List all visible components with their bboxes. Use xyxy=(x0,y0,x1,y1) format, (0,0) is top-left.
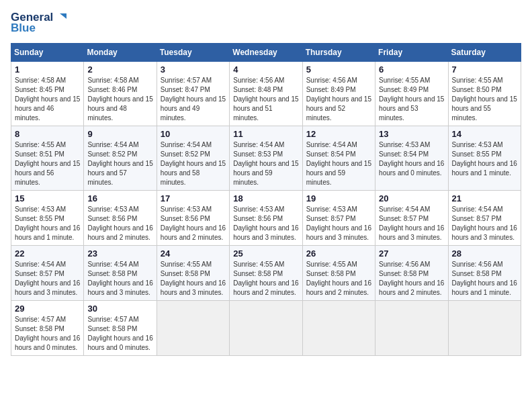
weekday-thursday: Thursday xyxy=(302,44,375,62)
day-info: Sunrise: 4:57 AM Sunset: 8:58 PM Dayligh… xyxy=(15,315,80,353)
weekday-monday: Monday xyxy=(84,44,157,62)
calendar-cell: 14 Sunrise: 4:53 AM Sunset: 8:55 PM Dayl… xyxy=(448,126,521,191)
day-number: 7 xyxy=(452,64,517,75)
calendar-cell: 15 Sunrise: 4:53 AM Sunset: 8:55 PM Dayl… xyxy=(11,191,84,246)
calendar-cell xyxy=(302,301,375,356)
day-info: Sunrise: 4:55 AM Sunset: 8:50 PM Dayligh… xyxy=(452,76,517,123)
day-number: 12 xyxy=(306,129,371,139)
logo-blue: Blue xyxy=(11,21,36,35)
day-info: Sunrise: 4:55 AM Sunset: 8:58 PM Dayligh… xyxy=(161,260,226,298)
day-info: Sunrise: 4:53 AM Sunset: 8:55 PM Dayligh… xyxy=(452,140,517,178)
day-number: 28 xyxy=(452,248,517,259)
day-info: Sunrise: 4:54 AM Sunset: 8:58 PM Dayligh… xyxy=(87,260,152,298)
logo: General Blue xyxy=(11,11,66,35)
day-number: 16 xyxy=(87,193,152,203)
day-number: 23 xyxy=(87,248,152,259)
calendar-cell: 23 Sunrise: 4:54 AM Sunset: 8:58 PM Dayl… xyxy=(84,246,157,301)
day-number: 27 xyxy=(379,248,444,259)
day-number: 2 xyxy=(87,64,152,75)
day-number: 19 xyxy=(306,193,371,203)
day-number: 24 xyxy=(161,248,226,259)
calendar-cell: 8 Sunrise: 4:55 AM Sunset: 8:51 PM Dayli… xyxy=(11,126,84,191)
day-number: 8 xyxy=(15,129,80,139)
week-row-4: 22 Sunrise: 4:54 AM Sunset: 8:57 PM Dayl… xyxy=(11,246,521,301)
day-info: Sunrise: 4:56 AM Sunset: 8:49 PM Dayligh… xyxy=(306,76,371,123)
day-info: Sunrise: 4:54 AM Sunset: 8:54 PM Dayligh… xyxy=(306,140,371,187)
day-info: Sunrise: 4:53 AM Sunset: 8:56 PM Dayligh… xyxy=(87,205,152,242)
calendar-cell: 19 Sunrise: 4:53 AM Sunset: 8:57 PM Dayl… xyxy=(302,191,375,246)
calendar-cell: 20 Sunrise: 4:54 AM Sunset: 8:57 PM Dayl… xyxy=(375,191,448,246)
calendar-cell: 1 Sunrise: 4:58 AM Sunset: 8:45 PM Dayli… xyxy=(11,62,84,126)
day-info: Sunrise: 4:58 AM Sunset: 8:45 PM Dayligh… xyxy=(15,76,80,123)
day-info: Sunrise: 4:54 AM Sunset: 8:52 PM Dayligh… xyxy=(161,140,226,187)
weekday-friday: Friday xyxy=(375,44,448,62)
calendar-cell: 24 Sunrise: 4:55 AM Sunset: 8:58 PM Dayl… xyxy=(157,246,229,301)
calendar-cell: 16 Sunrise: 4:53 AM Sunset: 8:56 PM Dayl… xyxy=(84,191,157,246)
calendar-cell: 13 Sunrise: 4:53 AM Sunset: 8:54 PM Dayl… xyxy=(375,126,448,191)
calendar-cell: 28 Sunrise: 4:56 AM Sunset: 8:58 PM Dayl… xyxy=(448,246,521,301)
day-number: 18 xyxy=(233,193,298,203)
week-row-2: 8 Sunrise: 4:55 AM Sunset: 8:51 PM Dayli… xyxy=(11,126,521,191)
calendar-cell: 30 Sunrise: 4:57 AM Sunset: 8:58 PM Dayl… xyxy=(84,301,157,356)
day-number: 13 xyxy=(379,129,444,139)
day-info: Sunrise: 4:57 AM Sunset: 8:58 PM Dayligh… xyxy=(87,315,152,353)
page-header: General Blue xyxy=(11,11,521,35)
calendar-cell: 17 Sunrise: 4:53 AM Sunset: 8:56 PM Dayl… xyxy=(157,191,229,246)
day-info: Sunrise: 4:55 AM Sunset: 8:58 PM Dayligh… xyxy=(306,260,371,298)
day-info: Sunrise: 4:53 AM Sunset: 8:57 PM Dayligh… xyxy=(306,205,371,242)
day-info: Sunrise: 4:55 AM Sunset: 8:49 PM Dayligh… xyxy=(379,76,444,123)
calendar-cell: 26 Sunrise: 4:55 AM Sunset: 8:58 PM Dayl… xyxy=(302,246,375,301)
day-number: 29 xyxy=(15,304,80,314)
weekday-saturday: Saturday xyxy=(448,44,521,62)
day-number: 11 xyxy=(233,129,298,139)
day-info: Sunrise: 4:53 AM Sunset: 8:54 PM Dayligh… xyxy=(379,140,444,178)
day-info: Sunrise: 4:56 AM Sunset: 8:58 PM Dayligh… xyxy=(379,260,444,298)
day-number: 15 xyxy=(15,193,80,203)
calendar-cell: 21 Sunrise: 4:54 AM Sunset: 8:57 PM Dayl… xyxy=(448,191,521,246)
day-number: 25 xyxy=(233,248,298,259)
day-number: 1 xyxy=(15,64,80,75)
calendar-cell xyxy=(230,301,302,356)
day-number: 9 xyxy=(87,129,152,139)
day-info: Sunrise: 4:54 AM Sunset: 8:57 PM Dayligh… xyxy=(15,260,80,298)
day-number: 22 xyxy=(15,248,80,259)
weekday-wednesday: Wednesday xyxy=(230,44,302,62)
calendar-cell: 12 Sunrise: 4:54 AM Sunset: 8:54 PM Dayl… xyxy=(302,126,375,191)
weekday-sunday: Sunday xyxy=(11,44,84,62)
day-info: Sunrise: 4:58 AM Sunset: 8:46 PM Dayligh… xyxy=(87,76,152,123)
day-info: Sunrise: 4:53 AM Sunset: 8:56 PM Dayligh… xyxy=(233,205,298,242)
calendar-cell xyxy=(448,301,521,356)
svg-marker-0 xyxy=(60,13,66,19)
day-info: Sunrise: 4:54 AM Sunset: 8:52 PM Dayligh… xyxy=(87,140,152,187)
calendar-cell: 3 Sunrise: 4:57 AM Sunset: 8:47 PM Dayli… xyxy=(157,62,229,126)
day-number: 14 xyxy=(452,129,517,139)
day-number: 10 xyxy=(161,129,226,139)
day-info: Sunrise: 4:57 AM Sunset: 8:47 PM Dayligh… xyxy=(161,76,226,123)
calendar-body: 1 Sunrise: 4:58 AM Sunset: 8:45 PM Dayli… xyxy=(11,62,521,356)
day-number: 4 xyxy=(233,64,298,75)
day-info: Sunrise: 4:53 AM Sunset: 8:56 PM Dayligh… xyxy=(161,205,226,242)
week-row-5: 29 Sunrise: 4:57 AM Sunset: 8:58 PM Dayl… xyxy=(11,301,521,356)
day-number: 26 xyxy=(306,248,371,259)
calendar-cell: 4 Sunrise: 4:56 AM Sunset: 8:48 PM Dayli… xyxy=(230,62,302,126)
calendar-table: SundayMondayTuesdayWednesdayThursdayFrid… xyxy=(11,43,521,356)
calendar-cell: 2 Sunrise: 4:58 AM Sunset: 8:46 PM Dayli… xyxy=(84,62,157,126)
day-number: 5 xyxy=(306,64,371,75)
day-info: Sunrise: 4:54 AM Sunset: 8:53 PM Dayligh… xyxy=(233,140,298,187)
day-info: Sunrise: 4:54 AM Sunset: 8:57 PM Dayligh… xyxy=(452,205,517,242)
calendar-cell xyxy=(375,301,448,356)
calendar-cell: 22 Sunrise: 4:54 AM Sunset: 8:57 PM Dayl… xyxy=(11,246,84,301)
calendar-cell: 5 Sunrise: 4:56 AM Sunset: 8:49 PM Dayli… xyxy=(302,62,375,126)
day-info: Sunrise: 4:56 AM Sunset: 8:48 PM Dayligh… xyxy=(233,76,298,123)
weekday-tuesday: Tuesday xyxy=(157,44,229,62)
logo-bird-icon xyxy=(54,12,66,23)
day-info: Sunrise: 4:55 AM Sunset: 8:51 PM Dayligh… xyxy=(15,140,80,187)
day-number: 3 xyxy=(161,64,226,75)
calendar-cell: 18 Sunrise: 4:53 AM Sunset: 8:56 PM Dayl… xyxy=(230,191,302,246)
day-info: Sunrise: 4:55 AM Sunset: 8:58 PM Dayligh… xyxy=(233,260,298,298)
calendar-cell xyxy=(157,301,229,356)
calendar-cell: 11 Sunrise: 4:54 AM Sunset: 8:53 PM Dayl… xyxy=(230,126,302,191)
calendar-cell: 10 Sunrise: 4:54 AM Sunset: 8:52 PM Dayl… xyxy=(157,126,229,191)
logo-text-block: General Blue xyxy=(11,11,66,35)
week-row-3: 15 Sunrise: 4:53 AM Sunset: 8:55 PM Dayl… xyxy=(11,191,521,246)
